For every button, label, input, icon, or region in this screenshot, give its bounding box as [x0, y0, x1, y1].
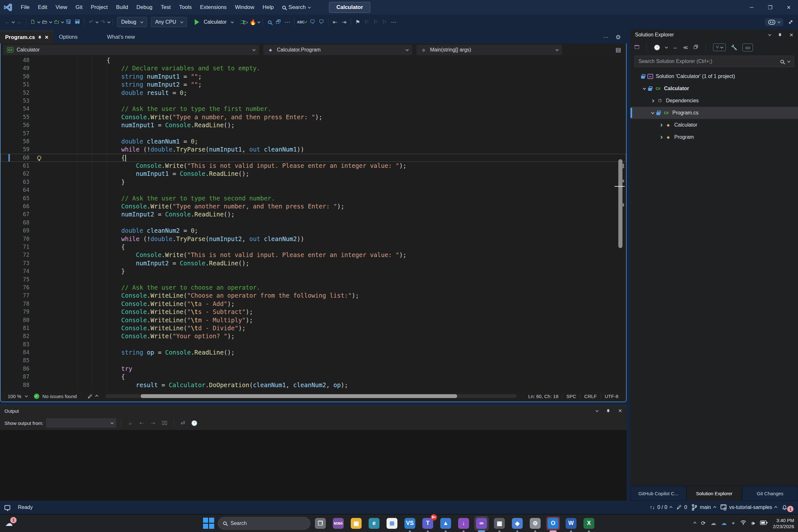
code-line-73[interactable]: 73numInput2 = Console.ReadLine();	[1, 259, 626, 267]
code-line-74[interactable]: 74}	[1, 267, 626, 275]
taskbar-app-task-view[interactable]: ❐	[314, 517, 327, 530]
taskbar-clock[interactable]: 3:40 PM 2/23/2026	[773, 517, 794, 529]
panel-chevron-down-icon[interactable]	[768, 33, 771, 36]
taskbar-app-teams[interactable]: T9+	[421, 517, 435, 530]
project-dropdown[interactable]: C# Calculator	[3, 45, 259, 55]
sync-namespaces-icon[interactable]: ↔	[673, 44, 678, 50]
uncomment-icon[interactable]: 🗩	[317, 17, 325, 27]
chevron-right-icon[interactable]	[660, 136, 663, 139]
panel-splitter[interactable]	[627, 30, 630, 501]
code-line-68[interactable]: 68	[1, 219, 626, 227]
code-line-55[interactable]: 55Console.Write("Type a number, and then…	[1, 113, 626, 121]
properties-wrench-icon[interactable]: 🔧	[731, 44, 737, 51]
lightbulb-icon[interactable]	[37, 156, 41, 160]
open-file-icon[interactable]: 🗁	[41, 17, 49, 27]
pending-changes-filter-icon[interactable]: 🕑	[654, 44, 660, 51]
taskbar-app-excel[interactable]: X	[582, 517, 596, 530]
output-content[interactable]	[0, 430, 627, 501]
preview-selected-items-toggle[interactable]: ▭	[742, 43, 753, 52]
edit-toolbar-overflow-icon[interactable]: ⋯	[390, 17, 398, 27]
navigate-back-icon[interactable]: ←	[3, 17, 12, 27]
copilot-badge-button[interactable]	[765, 18, 783, 26]
previous-bookmark-icon[interactable]: ⚐	[363, 17, 371, 27]
new-file-chevron-icon[interactable]	[37, 20, 41, 23]
next-bookmark-icon[interactable]: ⚐	[372, 17, 380, 27]
panel-chevron-down-icon[interactable]	[596, 409, 599, 412]
live-share-icon[interactable]: 🗗	[274, 17, 283, 27]
unpushed-edits-status[interactable]: 🖉 0	[677, 505, 687, 510]
encoding-label[interactable]: UTF-8	[601, 394, 623, 399]
code-line-58[interactable]: 58double cleanNum1 = 0;	[1, 137, 626, 146]
tab-github-copilot[interactable]: GitHub Copilot C...	[630, 486, 686, 501]
tree-item-calculator[interactable]: C#Calculator	[630, 82, 798, 95]
code-cleanup-chevron-icon[interactable]	[95, 395, 98, 398]
code-line-67[interactable]: 67numInput2 = Console.ReadLine();	[1, 210, 626, 218]
taskbar-app-word[interactable]: W	[564, 517, 578, 530]
code-line-86[interactable]: 86try	[1, 365, 626, 373]
taskbar-app-media-app[interactable]: ▲	[439, 517, 452, 530]
solution-name-badge[interactable]: Calculator	[329, 2, 370, 13]
panel-pin-icon[interactable]	[607, 409, 610, 413]
zoom-dropdown[interactable]: 100 %	[4, 392, 31, 400]
code-line-65[interactable]: 65// Ask the user to type the second num…	[1, 194, 626, 202]
issues-status-label[interactable]: No issues found	[42, 394, 77, 399]
add-item-icon[interactable]: 🗀	[53, 17, 61, 27]
taskbar-app-microsoft-store[interactable]: ⊞	[385, 517, 399, 530]
word-wrap-icon[interactable]: ⏎	[178, 420, 187, 426]
code-line-85[interactable]: 85	[1, 357, 626, 364]
code-line-54[interactable]: 54// Ask the user to type the first numb…	[1, 105, 626, 113]
menu-tools[interactable]: Tools	[175, 0, 196, 15]
find-in-files-icon[interactable]	[265, 17, 274, 27]
taskbar-app-outlook[interactable]: O	[546, 517, 560, 530]
code-line-72[interactable]: 72Console.Write("This is not valid input…	[1, 251, 626, 259]
code-line-56[interactable]: 56numInput1 = Console.ReadLine();	[1, 121, 626, 129]
taskbar-search-input[interactable]: Search	[218, 517, 310, 530]
clear-bookmarks-icon[interactable]: ⚐	[380, 17, 389, 27]
indent-mode-label[interactable]: SPC	[562, 394, 580, 399]
code-line-63[interactable]: 63}	[1, 178, 626, 186]
decrease-indent-icon[interactable]: ⇤	[331, 17, 339, 27]
chevron-down-icon[interactable]	[651, 111, 654, 114]
spell-check-icon[interactable]: ABC✓	[297, 17, 307, 27]
code-line-83[interactable]: 83	[1, 341, 626, 348]
code-line-64[interactable]: 64	[1, 186, 626, 194]
tab-options[interactable]: Options	[54, 31, 83, 43]
code-cleanup-icon[interactable]: 🖉	[88, 394, 92, 399]
battery-icon[interactable]	[760, 520, 767, 527]
taskbar-app-calculator-app[interactable]: ▦	[493, 517, 506, 530]
clear-all-icon[interactable]: ⌧	[160, 420, 169, 426]
caret-position-label[interactable]: Ln: 60, Ch: 18	[524, 394, 562, 399]
line-ending-label[interactable]: CRLF	[580, 394, 601, 399]
code-line-51[interactable]: 51string numInput2 = "";	[1, 80, 626, 89]
weather-widget[interactable]: ☁1	[5, 519, 13, 528]
git-repository-selector[interactable]: vs-tutorial-samples	[720, 504, 777, 511]
taskbar-app-visual-studio[interactable]: ∞	[475, 517, 488, 530]
onedrive-business-icon[interactable]: ☁	[721, 520, 727, 527]
minimize-button[interactable]: ─	[742, 0, 761, 15]
location-icon[interactable]: ⌖	[732, 520, 735, 527]
code-line-60[interactable]: 60{	[1, 154, 626, 162]
split-window-icon[interactable]: ▤	[615, 46, 624, 53]
close-tab-icon[interactable]: ✕	[45, 35, 49, 40]
code-line-75[interactable]: 75	[1, 276, 626, 284]
code-editor[interactable]: 48{49// Declare variables and set to emp…	[1, 56, 626, 391]
onedrive-personal-icon[interactable]: ☁	[711, 520, 716, 527]
code-line-57[interactable]: 57	[1, 130, 626, 137]
add-item-chevron-icon[interactable]	[61, 20, 64, 23]
taskbar-app-edge[interactable]: e	[367, 517, 381, 530]
volume-icon[interactable]: 🕪	[752, 520, 755, 527]
save-icon[interactable]: 🖫	[64, 17, 73, 27]
menu-help[interactable]: Help	[258, 0, 278, 15]
timestamp-icon[interactable]: 🕐	[190, 420, 199, 426]
tree-item-program[interactable]: ◆Program	[630, 131, 798, 143]
menu-edit[interactable]: Edit	[34, 0, 51, 15]
scrollbar-thumb[interactable]	[141, 394, 457, 398]
code-line-77[interactable]: 77Console.WriteLine("Choose an operator …	[1, 291, 626, 300]
tree-item-solution-calculator-1-of-1-project-[interactable]: ∞Solution 'Calculator' (1 of 1 project)	[630, 70, 798, 82]
taskbar-app-vs-code[interactable]: VS	[403, 517, 417, 530]
undo-chevron-icon[interactable]	[96, 20, 99, 23]
tab-solution-explorer[interactable]: Solution Explorer	[686, 486, 742, 501]
editor-horizontal-scrollbar[interactable]	[106, 394, 517, 398]
toggle-bookmark-icon[interactable]: ⚑	[354, 17, 362, 27]
save-all-icon[interactable]: 🖬	[73, 17, 81, 27]
